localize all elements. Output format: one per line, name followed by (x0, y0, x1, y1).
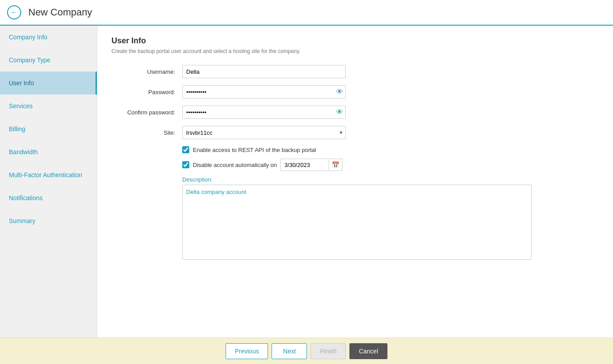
sidebar-item-company-type[interactable]: Company Type (0, 49, 97, 72)
main-layout: Company Info Company Type User Info Serv… (0, 26, 613, 337)
username-label: Username: (111, 68, 182, 75)
eye-icon: 👁 (336, 88, 343, 95)
sidebar-item-summary[interactable]: Summary (0, 209, 97, 232)
description-section: Description: Delta company account (111, 176, 599, 261)
footer: Previous Next Finish Cancel (0, 337, 613, 364)
sidebar-item-mfa[interactable]: Multi-Factor Authentication (0, 163, 97, 186)
confirm-password-field-wrapper: 👁 (182, 106, 346, 119)
calendar-icon: 📅 (332, 161, 339, 168)
next-button[interactable]: Next (272, 343, 307, 359)
calendar-button[interactable]: 📅 (329, 159, 342, 171)
page-title: New Company (28, 7, 92, 18)
confirm-password-row: Confirm password: 👁 (111, 106, 599, 119)
section-title: User Info (111, 36, 599, 46)
username-input[interactable] (182, 65, 346, 78)
back-button[interactable]: ← (7, 5, 21, 19)
password-row: Password: 👁 (111, 85, 599, 99)
sidebar-item-bandwidth[interactable]: Bandwidth (0, 140, 97, 163)
confirm-password-input[interactable] (182, 106, 346, 119)
section-desc: Create the backup portal user account an… (111, 48, 599, 54)
sidebar-item-user-info[interactable]: User Info (0, 72, 97, 95)
password-input[interactable] (182, 85, 346, 99)
description-textarea[interactable]: Delta company account (182, 185, 532, 260)
password-label: Password: (111, 89, 182, 95)
sidebar-item-billing[interactable]: Billing (0, 118, 97, 140)
enable-rest-api-label[interactable]: Enable access to REST API of the backup … (193, 147, 316, 153)
password-field-wrapper: 👁 (182, 85, 346, 99)
disable-date-input[interactable] (280, 159, 329, 171)
finish-button: Finish (310, 343, 346, 359)
content-area: User Info Create the backup portal user … (97, 26, 613, 337)
cancel-button[interactable]: Cancel (349, 343, 387, 359)
site-row: Site: lrsvbr11cc lrsvbr12cc lrsvbr13cc ▾ (111, 126, 599, 139)
sidebar-item-notifications[interactable]: Notifications (0, 186, 97, 209)
sidebar: Company Info Company Type User Info Serv… (0, 26, 97, 337)
site-select-wrapper: lrsvbr11cc lrsvbr12cc lrsvbr13cc ▾ (182, 126, 346, 139)
password-toggle-button[interactable]: 👁 (336, 88, 343, 96)
disable-account-label[interactable]: Disable account automatically on (193, 162, 277, 168)
description-label: Description: (182, 176, 599, 183)
confirm-password-label: Confirm password: (111, 109, 182, 116)
username-row: Username: (111, 65, 599, 78)
enable-rest-api-row: Enable access to REST API of the backup … (111, 146, 599, 153)
back-icon: ← (11, 8, 18, 16)
eye-icon-confirm: 👁 (336, 108, 343, 116)
disable-account-checkbox[interactable] (182, 161, 189, 168)
enable-rest-api-checkbox[interactable] (182, 146, 189, 153)
sidebar-item-services[interactable]: Services (0, 95, 97, 118)
site-select[interactable]: lrsvbr11cc lrsvbr12cc lrsvbr13cc (182, 126, 346, 139)
confirm-password-toggle-button[interactable]: 👁 (336, 108, 343, 116)
site-label: Site: (111, 129, 182, 136)
disable-account-row: Disable account automatically on 📅 (111, 159, 599, 171)
header: ← New Company (0, 0, 613, 26)
sidebar-item-company-info[interactable]: Company Info (0, 26, 97, 49)
previous-button[interactable]: Previous (226, 343, 268, 359)
